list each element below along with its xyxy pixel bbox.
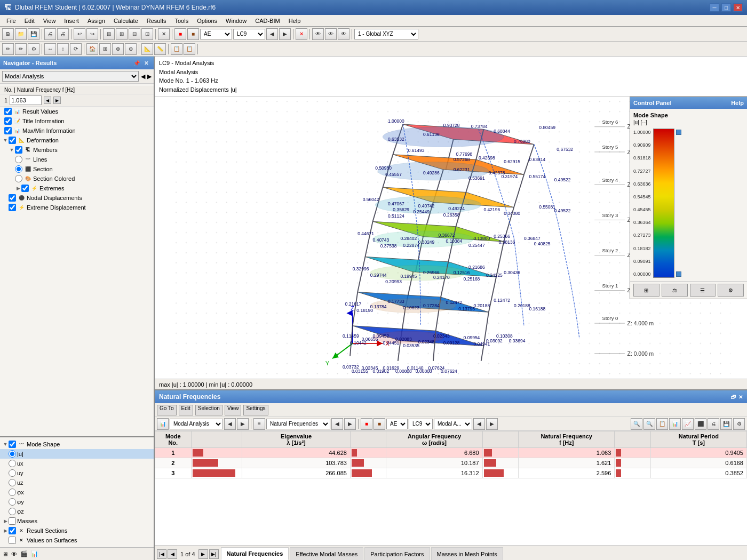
values-surfaces-check[interactable]	[9, 537, 16, 544]
tree-mode-shape[interactable]: ▼ 〰 Mode Shape	[0, 439, 154, 449]
tree-extremes[interactable]: ▶ ⚡ Extremes	[0, 183, 154, 193]
tab-participation[interactable]: Participation Factors	[364, 547, 430, 560]
extreme-disp-check[interactable]	[9, 204, 16, 211]
bp-modal-combo[interactable]: Modal A...	[434, 419, 472, 429]
bp-tb-icon2[interactable]: ≡	[253, 418, 265, 430]
print-btn[interactable]: 🖨	[44, 28, 56, 40]
tree-values-surfaces[interactable]: ✕ Values on Surfaces	[0, 535, 154, 545]
nav-mode-input[interactable]: 1.063	[10, 95, 42, 105]
bp-last-btn[interactable]: ▶|	[209, 549, 219, 559]
bp-selection[interactable]: Selection	[195, 405, 222, 415]
tb5[interactable]: ⊟	[129, 28, 140, 40]
bp-next2[interactable]: ▶	[344, 418, 356, 430]
result-sections-expand[interactable]: ▶	[2, 528, 9, 533]
tree-masses[interactable]: ▶ Masses	[0, 516, 154, 526]
restore-button[interactable]: □	[721, 3, 731, 12]
menu-view[interactable]: View	[39, 17, 60, 25]
tree-u-abs[interactable]: |u|	[0, 449, 154, 459]
bp-ae-combo[interactable]: AE	[386, 419, 408, 429]
mode-shape-check[interactable]	[9, 441, 16, 448]
tb-r12[interactable]: 📏	[154, 43, 166, 55]
close-button[interactable]: ✕	[733, 3, 743, 12]
tree-section[interactable]: ⬛ Section	[0, 164, 154, 174]
u-abs-radio[interactable]	[9, 450, 16, 458]
tree-lines[interactable]: 〰 Lines	[0, 155, 154, 164]
tb-r4[interactable]: ↔	[44, 43, 56, 55]
menu-cadbim[interactable]: CAD-BIM	[251, 17, 284, 25]
bp-icon3[interactable]: 📋	[656, 418, 668, 430]
tree-maxmin-info[interactable]: 📊 Max/Min Information	[0, 126, 154, 135]
tree-phiy[interactable]: φy	[0, 497, 154, 507]
lc-number-combo[interactable]: LC9	[233, 29, 265, 39]
bp-icon6[interactable]: ⬛	[695, 418, 706, 430]
bp-view[interactable]: View	[225, 405, 242, 415]
section-colored-radio[interactable]	[15, 175, 22, 182]
tb-r8[interactable]: ⊞	[99, 43, 111, 55]
tb-r10[interactable]: ⊖	[125, 43, 137, 55]
bp-first-btn[interactable]: |◀	[157, 549, 166, 559]
phix-radio[interactable]	[9, 489, 16, 496]
tree-extreme-displacement[interactable]: ⚡ Extreme Displacement	[0, 203, 154, 212]
menu-window[interactable]: Window	[221, 17, 251, 25]
bp-next[interactable]: ▶	[237, 418, 249, 430]
bp-icon5[interactable]: 📈	[682, 418, 694, 430]
tree-deformation[interactable]: ▼ 📐 Deformation	[0, 135, 154, 145]
tree-members[interactable]: ▼ 🏗 Members	[0, 145, 154, 155]
nav-footer-icon2[interactable]: 👁	[11, 551, 17, 557]
mode-shape-expand[interactable]: ▼	[2, 442, 9, 447]
bp-prev2[interactable]: ◀	[331, 418, 343, 430]
redo-btn[interactable]: ↪	[86, 28, 98, 40]
next-lc[interactable]: ▶	[279, 28, 291, 40]
phiy-radio[interactable]	[9, 498, 16, 506]
tab-masses-mesh[interactable]: Masses in Mesh Points	[431, 547, 503, 560]
bp-edit[interactable]: Edit	[179, 405, 193, 415]
tree-section-colored[interactable]: 🎨 Section Colored	[0, 174, 154, 183]
save-btn[interactable]: 💾	[28, 28, 39, 40]
tb-r9[interactable]: ⊕	[112, 43, 124, 55]
tree-phix[interactable]: φx	[0, 487, 154, 497]
nav-next[interactable]: ▶	[147, 73, 152, 80]
cp-table-btn[interactable]: ⊞	[633, 284, 659, 297]
cp-close-button[interactable]: Help	[731, 100, 744, 106]
menu-results[interactable]: Results	[142, 17, 171, 25]
bp-icon8[interactable]: 💾	[720, 418, 732, 430]
nav-footer-icon3[interactable]: 🎬	[20, 550, 28, 557]
print2-btn[interactable]: 🖨	[57, 28, 69, 40]
bp-close-btn[interactable]: ✕	[738, 394, 743, 400]
open-btn[interactable]: 📁	[15, 28, 27, 40]
tree-uy[interactable]: uy	[0, 468, 154, 478]
menu-help[interactable]: Help	[284, 17, 305, 25]
bp-red-icon[interactable]: ■	[361, 418, 372, 430]
bp-next-page-btn[interactable]: ▶	[198, 549, 208, 559]
bp-icon1[interactable]: 🔍	[631, 418, 642, 430]
extremes-check[interactable]	[21, 185, 29, 192]
tb-r5[interactable]: ↕	[57, 43, 69, 55]
bp-restore-btn[interactable]: 🗗	[731, 394, 736, 400]
tb-r3[interactable]: ⚙	[28, 43, 39, 55]
tb-r2[interactable]: ✏	[15, 43, 27, 55]
tb-r13[interactable]: 📋	[171, 43, 182, 55]
tb10[interactable]: ✕	[296, 28, 307, 40]
minimize-button[interactable]: ─	[710, 3, 719, 12]
tb-r1[interactable]: ✏	[2, 43, 14, 55]
menu-options[interactable]: Options	[193, 17, 221, 25]
tb8[interactable]: ■	[174, 28, 186, 40]
section-radio[interactable]	[15, 165, 22, 173]
tb11[interactable]: 👁	[312, 28, 324, 40]
tb7[interactable]: ✕	[158, 28, 170, 40]
tb3[interactable]: ⊞	[103, 28, 115, 40]
tree-title-info[interactable]: 📝 Title Information	[0, 116, 154, 126]
tb-r6[interactable]: ⟳	[70, 43, 82, 55]
menu-insert[interactable]: Insert	[60, 17, 83, 25]
bp-prev3[interactable]: ◀	[473, 418, 485, 430]
ux-radio[interactable]	[9, 460, 16, 467]
bp-settings[interactable]: Settings	[243, 405, 268, 415]
view-combo[interactable]: 1 - Global XYZ	[354, 29, 418, 39]
deformation-check[interactable]	[9, 137, 16, 144]
masses-check[interactable]	[9, 517, 16, 525]
tb9[interactable]: ■	[187, 28, 199, 40]
uy-radio[interactable]	[9, 469, 16, 477]
tb-r11[interactable]: 📐	[141, 43, 153, 55]
tree-phiz[interactable]: φz	[0, 507, 154, 516]
menu-assign[interactable]: Assign	[83, 17, 109, 25]
